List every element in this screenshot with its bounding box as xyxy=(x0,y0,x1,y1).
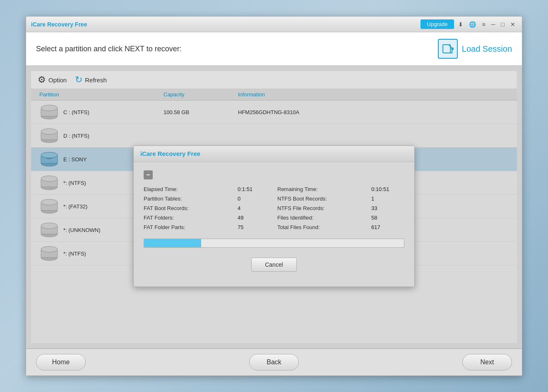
header-area: Select a partition and click NEXT to rec… xyxy=(26,32,522,66)
load-session-icon xyxy=(438,39,458,59)
files-identified-value: 58 xyxy=(371,215,404,221)
restore-icon[interactable]: □ xyxy=(500,20,506,29)
load-session-svg xyxy=(442,43,454,55)
stat-total-files: Total Files Found: 617 xyxy=(277,224,404,230)
ntfs-boot-value: 1 xyxy=(371,196,404,202)
stat-fat-folders: FAT Folders: 49 xyxy=(144,215,271,221)
refresh-button[interactable]: ↻ Refresh xyxy=(75,74,107,85)
title-controls: Upgrade ⬇ 🌐 ≡ ─ □ ✕ xyxy=(421,19,517,29)
title-bar: iCare Recovery Free Upgrade ⬇ 🌐 ≡ ─ □ ✕ xyxy=(26,17,522,32)
partition-tables-label: Partition Tables: xyxy=(144,196,182,202)
stats-grid: Elapsed Time: 0:1:51 Remaining Time: 0:1… xyxy=(144,186,404,230)
modal-title-bar: iCare Recovery Free xyxy=(134,146,414,162)
ntfs-boot-label: NTFS Boot Records: xyxy=(277,196,327,202)
modal-title: iCare Recovery Free xyxy=(140,150,200,157)
progress-modal: iCare Recovery Free − Elapsed Time: 0:1:… xyxy=(133,146,415,287)
menu-icon[interactable]: ≡ xyxy=(480,20,487,29)
stat-ntfs-boot: NTFS Boot Records: 1 xyxy=(277,196,404,202)
modal-header-row: − xyxy=(144,170,404,179)
refresh-label: Refresh xyxy=(85,76,107,84)
home-button[interactable]: Home xyxy=(36,354,86,370)
modal-footer: Cancel xyxy=(144,254,404,278)
footer: Home Back Next xyxy=(26,348,522,375)
partition-tables-value: 0 xyxy=(238,196,271,202)
fat-folders-label: FAT Folders: xyxy=(144,215,174,221)
remaining-value: 0:10:51 xyxy=(371,186,404,192)
load-session-label: Load Session xyxy=(462,44,512,54)
elapsed-value: 0:1:51 xyxy=(238,186,271,192)
fat-folder-parts-label: FAT Folder Parts: xyxy=(144,224,185,230)
stat-remaining: Remaining Time: 0:10:51 xyxy=(277,186,404,192)
close-icon[interactable]: ✕ xyxy=(509,20,517,29)
download-icon[interactable]: ⬇ xyxy=(457,20,465,29)
stat-elapsed: Elapsed Time: 0:1:51 xyxy=(144,186,271,192)
progress-bar-container xyxy=(144,239,404,248)
stat-partition-tables: Partition Tables: 0 xyxy=(144,196,271,202)
modal-body: − Elapsed Time: 0:1:51 xyxy=(134,162,414,287)
upgrade-button[interactable]: Upgrade xyxy=(421,19,454,29)
ntfs-file-label: NTFS File Records: xyxy=(277,205,324,211)
header-instruction: Select a partition and click NEXT to rec… xyxy=(36,45,182,53)
cancel-button[interactable]: Cancel xyxy=(251,258,297,272)
fat-boot-label: FAT Boot Records: xyxy=(144,205,189,211)
minimize-icon[interactable]: ─ xyxy=(490,20,497,29)
stat-fat-folder-parts: FAT Folder Parts: 75 xyxy=(144,224,271,230)
total-files-value: 617 xyxy=(371,224,404,230)
collapse-icon[interactable]: − xyxy=(144,170,153,179)
modal-overlay: iCare Recovery Free − Elapsed Time: 0:1:… xyxy=(31,89,517,343)
elapsed-label: Elapsed Time: xyxy=(144,186,178,192)
gear-icon: ⚙ xyxy=(38,74,46,85)
partition-table: Partition Capacity Information C : (NTFS… xyxy=(31,89,517,343)
language-icon[interactable]: 🌐 xyxy=(467,20,478,29)
stat-files-identified: Files Identified: 58 xyxy=(277,215,404,221)
app-title: iCare Recovery Free xyxy=(31,21,87,28)
files-identified-label: Files Identified: xyxy=(277,215,313,221)
svg-rect-0 xyxy=(443,45,450,53)
fat-folders-value: 49 xyxy=(238,215,271,221)
stat-fat-boot: FAT Boot Records: 4 xyxy=(144,205,271,211)
main-window: iCare Recovery Free Upgrade ⬇ 🌐 ≡ ─ □ ✕ … xyxy=(26,16,522,376)
back-button[interactable]: Back xyxy=(249,354,299,370)
ntfs-file-value: 33 xyxy=(371,205,404,211)
load-session-button[interactable]: Load Session xyxy=(438,39,512,59)
option-label: Option xyxy=(48,76,67,84)
fat-boot-value: 4 xyxy=(238,205,271,211)
option-button[interactable]: ⚙ Option xyxy=(38,74,67,85)
refresh-icon: ↻ xyxy=(75,74,82,85)
remaining-label: Remaining Time: xyxy=(277,186,318,192)
total-files-label: Total Files Found: xyxy=(277,224,320,230)
stat-ntfs-file: NTFS File Records: 33 xyxy=(277,205,404,211)
next-button[interactable]: Next xyxy=(462,354,512,370)
toolbar: ⚙ Option ↻ Refresh xyxy=(31,71,517,89)
progress-bar xyxy=(144,239,201,247)
fat-folder-parts-value: 75 xyxy=(238,224,271,230)
